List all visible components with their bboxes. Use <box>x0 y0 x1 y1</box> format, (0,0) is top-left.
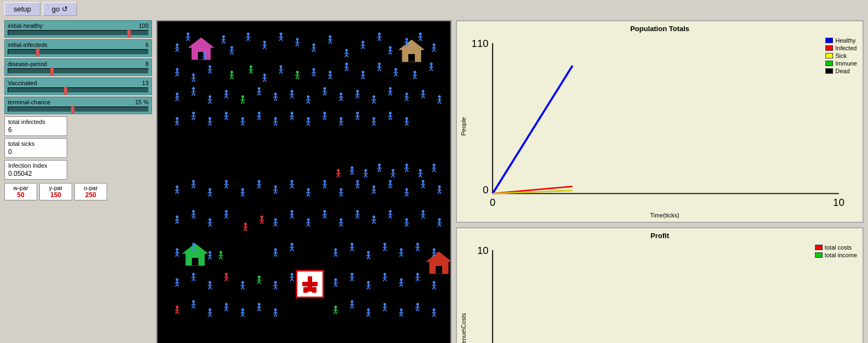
svg-point-767 <box>242 281 244 284</box>
svg-line-328 <box>177 123 179 126</box>
person <box>321 180 328 190</box>
slider-thumb[interactable] <box>71 106 74 114</box>
svg-line-393 <box>356 117 357 120</box>
svg-line-153 <box>249 71 251 74</box>
slider-Vaccinated[interactable]: Vaccinated 13 <box>4 78 152 95</box>
svg-point-803 <box>367 281 370 284</box>
person <box>321 210 328 220</box>
svg-line-555 <box>421 186 423 188</box>
slider-track[interactable] <box>8 49 149 55</box>
svg-line-225 <box>175 98 177 101</box>
svg-line-21 <box>175 49 177 52</box>
svg-line-429 <box>364 175 366 178</box>
slider-thumb[interactable] <box>50 68 54 75</box>
svg-line-526 <box>341 194 343 197</box>
svg-line-477 <box>208 194 210 197</box>
svg-line-436 <box>379 169 381 172</box>
svg-point-581 <box>192 210 195 213</box>
svg-line-375 <box>307 123 308 126</box>
slider-thumb[interactable] <box>64 87 67 94</box>
svg-point-101 <box>389 46 392 49</box>
person <box>289 210 295 220</box>
svg-line-778 <box>259 281 261 284</box>
person <box>289 180 295 190</box>
person <box>223 180 230 190</box>
setup-button[interactable]: setup <box>4 2 40 16</box>
person <box>310 43 317 53</box>
person <box>387 180 394 190</box>
person <box>272 92 279 102</box>
svg-point-707 <box>351 243 354 246</box>
svg-point-659 <box>438 218 441 221</box>
svg-line-333 <box>192 117 193 120</box>
svg-line-573 <box>260 221 262 224</box>
slider-terminal-chance[interactable]: terminal-chance 15 % <box>4 97 152 114</box>
person <box>190 111 197 121</box>
person <box>259 215 265 225</box>
svg-line-154 <box>251 71 253 74</box>
svg-point-869 <box>274 309 277 311</box>
go-button[interactable]: go ↺ <box>43 2 77 16</box>
svg-rect-15 <box>303 287 308 293</box>
svg-line-69 <box>296 44 297 46</box>
svg-point-467 <box>192 180 195 183</box>
svg-point-611 <box>307 218 310 221</box>
svg-line-598 <box>226 216 228 218</box>
person <box>403 218 410 228</box>
svg-line-195 <box>361 76 363 79</box>
svg-line-172 <box>297 76 299 79</box>
svg-line-22 <box>177 49 179 52</box>
house <box>425 251 451 280</box>
svg-line-669 <box>219 257 221 259</box>
svg-line-753 <box>192 279 193 281</box>
slider-initial-healthy[interactable]: initial-healthy 100 <box>4 20 152 38</box>
person <box>403 188 410 198</box>
slider-initial-infecteds[interactable]: initial-infecteds 6 <box>4 39 152 57</box>
person <box>174 92 180 102</box>
svg-point-203 <box>395 68 397 71</box>
svg-line-795 <box>334 284 336 287</box>
svg-point-287 <box>356 90 359 93</box>
svg-line-699 <box>290 249 292 251</box>
svg-line-897 <box>383 309 385 311</box>
person <box>382 243 388 252</box>
person <box>371 185 377 195</box>
slider-track[interactable] <box>8 107 149 112</box>
svg-line-549 <box>405 194 407 197</box>
svg-point-137 <box>209 66 212 68</box>
svg-line-735 <box>416 249 418 251</box>
person <box>174 278 180 288</box>
person <box>403 117 410 127</box>
legend-item: Sick <box>825 52 857 59</box>
svg-line-472 <box>193 186 195 188</box>
svg-point-653 <box>422 210 425 213</box>
svg-line-646 <box>390 216 392 218</box>
slider-thumb[interactable] <box>127 29 131 37</box>
slider-disease-period[interactable]: disease-period 8 <box>4 58 152 76</box>
person <box>436 218 443 228</box>
svg-point-149 <box>250 66 253 68</box>
svg-line-903 <box>400 314 401 317</box>
slider-thumb[interactable] <box>36 49 39 56</box>
slider-track[interactable] <box>8 30 149 36</box>
svg-line-129 <box>175 74 177 76</box>
svg-line-790 <box>292 279 294 281</box>
svg-line-220 <box>431 68 433 71</box>
svg-line-370 <box>292 117 294 120</box>
slider-track[interactable] <box>8 87 149 93</box>
svg-point-407 <box>406 117 408 120</box>
svg-line-513 <box>307 194 308 197</box>
svg-point-221 <box>176 93 179 96</box>
svg-line-136 <box>193 79 195 82</box>
person <box>278 65 284 75</box>
svg-line-537 <box>372 191 374 194</box>
svg-point-689 <box>209 251 212 254</box>
svg-point-473 <box>209 188 212 191</box>
svg-line-747 <box>175 284 177 287</box>
svg-line-688 <box>193 249 195 251</box>
slider-track[interactable] <box>8 68 149 74</box>
svg-line-327 <box>175 123 177 126</box>
svg-point-251 <box>258 87 261 90</box>
svg-line-262 <box>275 98 277 101</box>
svg-line-862 <box>243 314 244 317</box>
